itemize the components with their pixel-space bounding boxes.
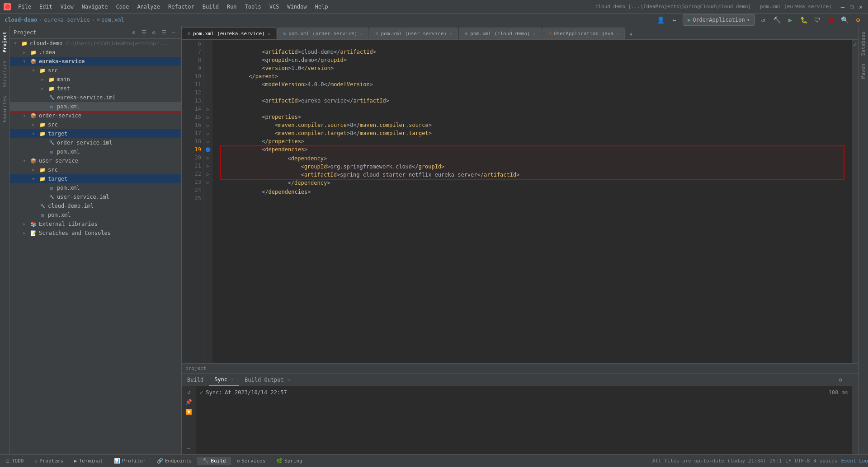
menu-edit[interactable]: Edit (36, 3, 56, 11)
tree-item-target-user[interactable]: ▼ 📁 target (10, 174, 181, 183)
menu-navigate[interactable]: Navigate (78, 3, 112, 11)
tree-item-test[interactable]: ▶ 📁 test (10, 84, 181, 93)
bottom-tab-spring[interactable]: 🌿 Spring (271, 457, 308, 465)
tree-item-ext-libs[interactable]: ▶ 📚 External Libraries (10, 219, 181, 229)
tab-pom-eureka[interactable]: m pom.xml (eureka-service) ✕ (182, 28, 276, 39)
settings-btn[interactable]: ⚙ (853, 14, 863, 25)
window-controls[interactable]: — ❐ ✕ (839, 3, 864, 10)
tree-item-pom-eureka[interactable]: m pom.xml (10, 102, 181, 111)
bottom-tab-terminal[interactable]: ▶ Terminal (69, 457, 108, 465)
tab-close-btn[interactable]: ✕ (360, 31, 363, 36)
tree-item-target-order[interactable]: ▼ 📁 target (10, 129, 181, 138)
build-settings-icon[interactable]: ⚙ (836, 376, 844, 384)
sync-btn[interactable]: 👤 (656, 14, 666, 25)
build-tab-build[interactable]: Build (182, 374, 209, 386)
tab-close-btn[interactable]: ✕ (533, 31, 536, 36)
build-scrollbar[interactable] (852, 386, 858, 454)
tab-close-btn[interactable]: ✕ (268, 31, 270, 36)
coverage-btn[interactable]: 🛡 (812, 14, 823, 25)
search-btn[interactable]: 🔍 (839, 14, 850, 25)
project-tab-vertical[interactable]: Project (0, 28, 9, 56)
maximize-button[interactable]: ❐ (848, 3, 855, 10)
sync-tab-close[interactable]: ✕ (231, 377, 234, 382)
menu-code[interactable]: Code (113, 3, 133, 11)
tab-pom-user[interactable]: m pom.xml (user-service) ✕ (369, 28, 458, 39)
bottom-tab-profiler[interactable]: 📊 Profiler (108, 457, 151, 465)
bottom-tab-services[interactable]: ⚙ Services (231, 457, 271, 465)
locate-file-icon[interactable]: ⊕ (130, 28, 138, 37)
tree-item-pom-order[interactable]: m pom.xml (10, 147, 181, 156)
breadcrumb-project[interactable]: cloud-demo (5, 17, 37, 23)
tree-item-user-service[interactable]: ▼ 📦 user-service (10, 156, 181, 165)
menu-view[interactable]: View (57, 3, 77, 11)
menu-build[interactable]: Build (199, 3, 222, 11)
tree-item-src-eureka[interactable]: ▼ 📁 src (10, 66, 181, 75)
bottom-tab-todo[interactable]: ☰ TODO (0, 457, 29, 465)
run-btn[interactable]: ▶ (785, 14, 796, 25)
stop-btn[interactable]: ■ (826, 14, 836, 25)
breadcrumb-module[interactable]: eureka-service (44, 17, 90, 23)
more-tabs-btn[interactable]: ▾ (626, 29, 636, 39)
tree-item-eureka-service[interactable]: ▼ 📦 eureka-service (10, 57, 181, 66)
refresh-btn[interactable]: ↺ (758, 14, 769, 25)
build-minimize-icon[interactable]: — (846, 376, 854, 384)
tab-pom-order[interactable]: m pom.xml (order-service) ✕ (277, 28, 368, 39)
hide-panel-icon[interactable]: — (170, 28, 178, 37)
maven-tab[interactable]: Maven (859, 60, 868, 82)
tab-pom-cloud[interactable]: m pom.xml (cloud-demo) ✕ (459, 28, 542, 39)
tree-item-main[interactable]: ▶ 📁 main (10, 75, 181, 84)
bottom-tab-problems[interactable]: ⚠ Problems (29, 457, 69, 465)
tab-user-application[interactable]: J UserApplication.java ✕ (542, 28, 625, 39)
menu-file[interactable]: File (14, 3, 35, 11)
favorites-tab-vertical[interactable]: Favorites (0, 92, 9, 126)
build-btn[interactable]: 🔨 (771, 14, 782, 25)
tree-item-src-user[interactable]: ▶ 📁 src (10, 165, 181, 174)
event-log[interactable]: Event Log (841, 458, 868, 464)
debug-btn[interactable]: 🐛 (798, 14, 809, 25)
build-tab-output[interactable]: Build Output ✕ (239, 374, 296, 386)
tab-close-btn[interactable]: ✕ (449, 31, 452, 36)
build-tab-sync[interactable]: Sync ✕ (209, 374, 239, 386)
tree-item-src-order[interactable]: ▶ 📁 src (10, 120, 181, 129)
menu-run[interactable]: Run (223, 3, 241, 11)
tree-item-cloud-iml[interactable]: 🔧 cloud-demo.iml (10, 201, 181, 210)
collapse-all-icon[interactable]: ☰ (140, 28, 148, 37)
tree-item-order-iml[interactable]: 🔧 order-service.iml (10, 138, 181, 147)
menu-help[interactable]: Help (311, 3, 332, 11)
tree-item-eureka-iml[interactable]: 🔧 eureka-service.iml (10, 93, 181, 102)
filter-icon[interactable]: ⚙ (150, 28, 158, 37)
editor-scrollbar[interactable]: ✓ (852, 40, 858, 363)
code-editor[interactable]: 6 7 8 9 10 11 12 13 14 15 16 17 18 19 20… (182, 40, 858, 363)
tree-item-idea[interactable]: ▶ 📁 .idea (10, 48, 181, 57)
menu-window[interactable]: Window (283, 3, 310, 11)
output-tab-close[interactable]: ✕ (288, 377, 290, 382)
menu-analyze[interactable]: Analyze (133, 3, 164, 11)
back-btn[interactable]: ← (669, 14, 680, 25)
build-sync-icon[interactable]: ↺ (185, 388, 193, 396)
build-filter-icon[interactable]: 🔽 (185, 408, 193, 416)
tree-item-cloud-demo[interactable]: ▼ 📁 cloud-demo C:\Users\14338\IdeaProjec… (10, 39, 181, 48)
build-more-icon[interactable]: ⋯ (185, 444, 193, 453)
tree-item-order-service[interactable]: ▼ 📦 order-service (10, 111, 181, 120)
minimize-button[interactable]: — (839, 3, 846, 10)
tree-item-user-iml[interactable]: 🔧 user-service.iml (10, 192, 181, 201)
close-button[interactable]: ✕ (857, 3, 864, 10)
structure-tab-vertical[interactable]: Structure (0, 57, 9, 91)
tree-item-pom-user[interactable]: m pom.xml (10, 183, 181, 192)
project-tree[interactable]: ▼ 📁 cloud-demo C:\Users\14338\IdeaProjec… (10, 39, 181, 454)
build-pin-icon[interactable]: 📌 (185, 398, 193, 406)
code-content[interactable]: <artifactId>cloud-demo</artifactId> <gro… (212, 40, 852, 363)
bottom-tab-build[interactable]: 🔨 Build (197, 457, 231, 465)
menu-bar[interactable]: File Edit View Navigate Code Analyze Ref… (14, 3, 332, 11)
menu-tools[interactable]: Tools (241, 3, 265, 11)
menu-vcs[interactable]: VCS (266, 3, 283, 11)
tree-item-pom-cloud[interactable]: m pom.xml (10, 210, 181, 219)
tab-close-btn[interactable]: ✕ (616, 31, 619, 36)
project-panel-actions: ⊕ ☰ ⚙ ☰ — (130, 28, 178, 37)
database-tab[interactable]: Database (859, 28, 868, 59)
tree-item-scratches[interactable]: ▶ 📝 Scratches and Consoles (10, 229, 181, 238)
run-configuration[interactable]: ▶ OrderApplication ▾ (683, 14, 755, 26)
menu-refactor[interactable]: Refactor (165, 3, 198, 11)
bottom-tab-endpoints[interactable]: 🔗 Endpoints (151, 457, 198, 465)
settings-icon[interactable]: ☰ (160, 28, 168, 37)
